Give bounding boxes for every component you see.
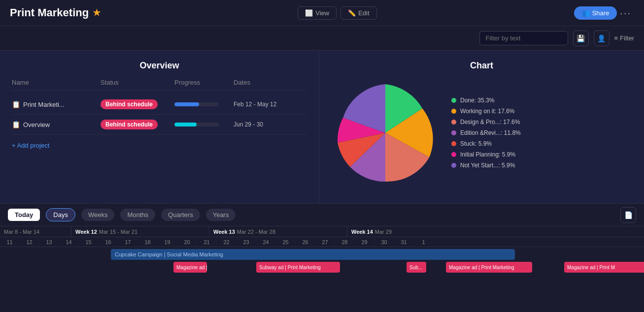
day-24: 24 [256, 237, 276, 247]
filter-icon: ≡ [614, 34, 618, 42]
gantt-bar-mag3: Magazine ad | Print M [564, 262, 644, 273]
share-icon: 👥 [582, 9, 590, 17]
today-button[interactable]: Today [8, 209, 40, 221]
filter-button[interactable]: ≡ Filter [614, 34, 634, 42]
day-27: 27 [315, 237, 335, 247]
export-button[interactable]: 📄 [620, 207, 636, 223]
chart-legend: Done: 35.3% Working on it: 17.6% Design … [451, 97, 521, 169]
gantt-bar-subway: Subway ad | Print Marketing [256, 262, 340, 273]
overview-title: Overview [12, 61, 307, 71]
save-icon: 💾 [576, 34, 585, 42]
months-button[interactable]: Months [120, 209, 155, 221]
chart-panel: Chart [319, 51, 644, 203]
main-area: Overview Name Status Progress Dates 📋 Pr… [0, 51, 644, 203]
years-button[interactable]: Years [206, 209, 236, 221]
quarters-button[interactable]: Quarters [161, 209, 200, 221]
legend-item-design: Design & Pro...: 17.6% [451, 119, 521, 125]
legend-dot-design [451, 120, 456, 125]
user-filter-button[interactable]: 👤 [594, 31, 610, 46]
legend-item-done: Done: 35.3% [451, 97, 521, 104]
legend-dot-working [451, 109, 456, 114]
day-25: 25 [276, 237, 296, 247]
legend-dot-notstarted [451, 163, 456, 168]
week-13: Week 13 Mar 22 - Mar 28 [209, 226, 347, 237]
more-button[interactable]: ··· [617, 7, 634, 19]
status-badge-2: Behind schedule [101, 120, 174, 129]
row-dates-1: Feb 12 - May 12 [234, 101, 293, 108]
save-filter-button[interactable]: 💾 [573, 31, 589, 46]
week-14: Week 14 Mar 29 [347, 226, 644, 237]
row-dates-2: Jun 29 - 30 [234, 121, 293, 128]
gantt-bar-campaign: Cupcake Campaign | Social Media Marketin… [111, 249, 515, 260]
row-name-2: 📋 Overview [12, 121, 101, 128]
day-1: 1 [414, 237, 434, 247]
legend-dot-done [451, 98, 456, 103]
days-button[interactable]: Days [46, 208, 75, 221]
day-30: 30 [374, 237, 394, 247]
col-status: Status [101, 79, 174, 86]
day-29: 29 [355, 237, 374, 247]
legend-item-working: Working on it: 17.6% [451, 108, 521, 115]
pie-chart [331, 79, 440, 187]
person-icon: 👤 [597, 34, 606, 42]
gantt-section: Today Days Weeks Months Quarters Years 📄… [0, 203, 644, 312]
gantt-bar-mag1: Magazine ad | Print... [173, 262, 207, 273]
export-icon: 📄 [624, 211, 633, 219]
table-row: 📋 Print Marketi... Behind schedule Feb 1… [12, 94, 307, 115]
day-31: 31 [394, 237, 414, 247]
header: Print Marketing ★ ⬜ View ✏️ Edit 👥 Share… [0, 0, 644, 26]
gantt-toolbar: Today Days Weeks Months Quarters Years 📄 [0, 204, 644, 226]
table-row: 📋 Overview Behind schedule Jun 29 - 30 [12, 115, 307, 135]
week-12: Week 12 Mar 15 - Mar 21 [71, 226, 209, 237]
progress-fill-2 [174, 123, 197, 126]
weeks-button[interactable]: Weeks [81, 209, 115, 221]
title-text: Print Marketing [10, 6, 89, 19]
day-18: 18 [138, 237, 158, 247]
day-17: 17 [118, 237, 138, 247]
day-26: 26 [296, 237, 315, 247]
doc-icon-1: 📋 [12, 100, 20, 108]
view-button[interactable]: ⬜ View [298, 6, 337, 20]
day-22: 22 [217, 237, 237, 247]
filter-input[interactable] [479, 31, 568, 45]
legend-dot-stuck [451, 141, 456, 146]
col-dates: Dates [234, 79, 293, 86]
gantt-bar-mag2: Magazine ad | Print Marketing [446, 262, 532, 273]
star-icon[interactable]: ★ [93, 7, 101, 18]
chart-content: Done: 35.3% Working on it: 17.6% Design … [331, 79, 632, 187]
day-15: 15 [79, 237, 99, 247]
row-name-1: 📋 Print Marketi... [12, 100, 101, 108]
chart-title: Chart [331, 61, 632, 71]
gantt-bars-area: Cupcake Campaign | Social Media Marketin… [0, 247, 644, 286]
share-button[interactable]: 👥 Share [574, 6, 617, 20]
gantt-days: 11 12 13 14 15 16 17 18 19 20 21 22 23 2… [0, 237, 644, 247]
legend-item-planning: Initial Planning: 5.9% [451, 151, 521, 158]
day-19: 19 [158, 237, 177, 247]
status-badge-1: Behind schedule [101, 99, 174, 109]
monitor-icon: ⬜ [305, 9, 313, 17]
add-project-button[interactable]: + Add project [12, 142, 49, 149]
legend-dot-planning [451, 152, 456, 157]
progress-fill-1 [174, 102, 199, 106]
overview-panel: Overview Name Status Progress Dates 📋 Pr… [0, 51, 319, 203]
day-11: 11 [0, 237, 20, 247]
day-16: 16 [99, 237, 118, 247]
edit-icon: ✏️ [348, 9, 356, 17]
day-12: 12 [20, 237, 39, 247]
edit-button[interactable]: ✏️ Edit [340, 6, 376, 20]
progress-bar-2 [174, 123, 219, 126]
day-14: 14 [59, 237, 79, 247]
doc-icon-2: 📋 [12, 121, 20, 128]
gantt-week-labels: Mar 8 - Mar 14 Week 12 Mar 15 - Mar 21 W… [0, 226, 644, 237]
day-21: 21 [197, 237, 217, 247]
legend-item-notstarted: Not Yet Start...: 5.9% [451, 162, 521, 169]
header-actions: ⬜ View ✏️ Edit [298, 6, 376, 20]
gantt-bar-sub: Sub... [407, 262, 426, 273]
progress-bar-1 [174, 102, 219, 106]
day-28: 28 [335, 237, 355, 247]
toolbar: 💾 👤 ≡ Filter [0, 26, 644, 51]
legend-item-stuck: Stuck: 5.9% [451, 140, 521, 147]
day-13: 13 [39, 237, 59, 247]
day-23: 23 [237, 237, 256, 247]
col-name: Name [12, 79, 101, 86]
